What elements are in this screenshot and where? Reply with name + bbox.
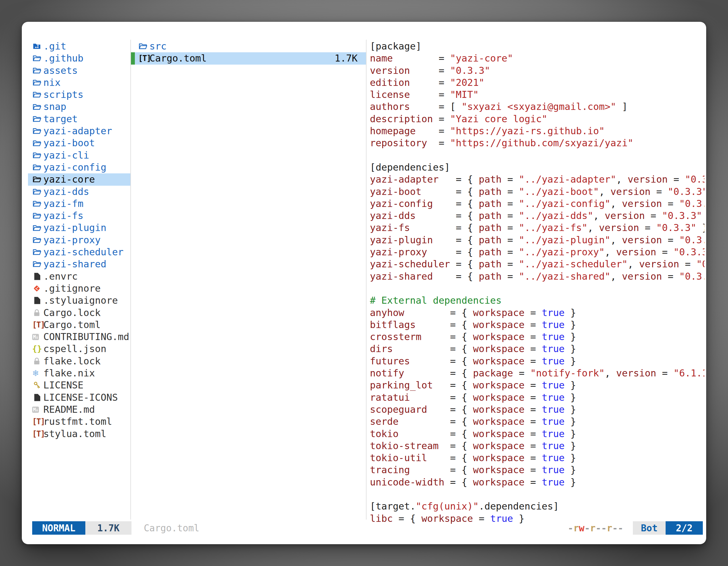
file-size-label: 1.7K [97, 523, 119, 534]
file-item-rustfmt.toml[interactable]: [T]rustfmt.toml [28, 415, 130, 427]
dir-item-yazi-dds[interactable]: yazi-dds [28, 186, 130, 198]
file-item-flake.nix[interactable]: ❄flake.nix [28, 367, 130, 379]
dir-item-yazi-cli[interactable]: yazi-cli [28, 149, 130, 161]
dir-item-yazi-adapter[interactable]: yazi-adapter [28, 125, 130, 137]
dir-item-target[interactable]: target [28, 113, 130, 125]
file-item-Cargo.toml[interactable]: [T]Cargo.toml1.7K [131, 52, 366, 64]
markdown-icon: M↓ [32, 407, 43, 413]
file-item-README.md[interactable]: M↓README.md [28, 403, 130, 415]
json-icon: {} [32, 343, 43, 355]
preview-line: [target."cfg(unix)".dependencies] [370, 500, 704, 512]
item-label: .git [43, 40, 66, 52]
folder-icon [32, 90, 43, 99]
file-size-chip: 1.7K [85, 521, 131, 535]
folder-icon [32, 126, 43, 136]
toml-icon: [T] [138, 52, 149, 64]
preview-line: ratatui = { workspace = true } [370, 391, 704, 403]
item-label: Cargo.lock [43, 307, 101, 319]
file-item-.styluaignore[interactable]: .styluaignore [28, 294, 130, 306]
dir-item-snap[interactable]: snap [28, 101, 130, 113]
dir-item-src[interactable]: src [131, 40, 366, 52]
item-label: yazi-boot [43, 137, 95, 149]
preview-line: authors = [ "sxyazi <sxyazi@gmail.com>" … [370, 101, 704, 113]
status-bar: NORMAL 1.7K Cargo.toml -rw-r--r-- Bot 2/… [32, 521, 703, 535]
item-label: yazi-shared [43, 258, 106, 270]
item-label: flake.nix [43, 367, 95, 379]
item-label: cspell.json [43, 343, 106, 355]
dir-item-.git[interactable]: .git [28, 40, 130, 52]
preview-line: tracing = { workspace = true } [370, 464, 704, 476]
preview-line: repository = "https://github.com/sxyazi/… [370, 137, 704, 149]
preview-line: serde = { workspace = true } [370, 415, 704, 427]
pane-separator-2 [366, 40, 367, 520]
file-item-.gitignore[interactable]: .gitignore [28, 283, 130, 294]
preview-line: version = "0.3.3" [370, 65, 704, 77]
dir-item-scripts[interactable]: scripts [28, 89, 130, 101]
folder-icon [32, 78, 43, 87]
file-item-.envrc[interactable]: .envrc [28, 271, 130, 283]
preview-line: yazi-shared = { path = "../yazi-shared",… [370, 271, 704, 283]
folder-icon [32, 187, 43, 196]
dir-item-nix[interactable]: nix [28, 77, 130, 89]
preview-line: yazi-boot = { path = "../yazi-boot", ver… [370, 186, 704, 198]
folder-icon [32, 248, 43, 257]
file-item-Cargo.lock[interactable]: Cargo.lock [28, 307, 130, 319]
dir-item-.github[interactable]: .github [28, 52, 130, 64]
item-label: yazi-fm [43, 198, 83, 210]
item-label: assets [43, 65, 78, 77]
preview-line: name = "yazi-core" [370, 52, 704, 64]
lock-icon [32, 356, 43, 366]
item-label: scripts [43, 89, 83, 101]
dir-item-yazi-plugin[interactable]: yazi-plugin [28, 222, 130, 234]
scroll-position-label: Bot [641, 523, 658, 534]
file-item-stylua.toml[interactable]: [T]stylua.toml [28, 428, 130, 440]
preview-line: # External dependencies [370, 294, 704, 306]
file-item-Cargo.toml[interactable]: [T]Cargo.toml [28, 319, 130, 331]
item-label: yazi-dds [43, 186, 89, 198]
file-icon [32, 393, 43, 402]
item-label: Cargo.toml [149, 52, 207, 64]
folder-icon [32, 175, 43, 184]
preview-line: description = "Yazi core logic" [370, 113, 704, 125]
preview-line: license = "MIT" [370, 89, 704, 101]
file-item-flake.lock[interactable]: flake.lock [28, 355, 130, 367]
folder-icon [138, 42, 149, 51]
item-label: yazi-proxy [43, 234, 101, 246]
dir-item-yazi-shared[interactable]: yazi-shared [28, 258, 130, 270]
item-label: yazi-plugin [43, 222, 106, 234]
file-preview-pane[interactable]: [package]name = "yazi-core"version = "0.… [370, 40, 704, 527]
item-label: LICENSE [43, 379, 83, 391]
lock-icon [32, 308, 43, 317]
dir-item-yazi-fm[interactable]: yazi-fm [28, 198, 130, 210]
file-item-CONTRIBUTING.md[interactable]: M↓CONTRIBUTING.md [28, 331, 130, 343]
preview-line: notify = { package = "notify-fork", vers… [370, 367, 704, 379]
folder-icon [32, 260, 43, 269]
dir-item-yazi-proxy[interactable]: yazi-proxy [28, 234, 130, 246]
yazi-file-manager-window: .git.githubassetsnixscriptssnaptargetyaz… [22, 22, 706, 544]
dir-item-yazi-scheduler[interactable]: yazi-scheduler [28, 246, 130, 258]
item-label: target [43, 113, 78, 125]
folder-icon [32, 163, 43, 172]
dir-item-yazi-boot[interactable]: yazi-boot [28, 137, 130, 149]
folder-icon [32, 114, 43, 124]
dir-item-yazi-fs[interactable]: yazi-fs [28, 210, 130, 222]
dir-item-assets[interactable]: assets [28, 65, 130, 77]
file-item-LICENSE-ICONS[interactable]: LICENSE-ICONS [28, 391, 130, 403]
mode-indicator: NORMAL [32, 521, 85, 535]
preview-line [370, 283, 704, 294]
preview-line: tokio-stream = { workspace = true } [370, 440, 704, 452]
preview-line: yazi-plugin = { path = "../yazi-plugin",… [370, 234, 704, 246]
folder-icon [32, 199, 43, 208]
mode-label: NORMAL [42, 523, 75, 534]
item-label: CONTRIBUTING.md [43, 331, 129, 343]
file-icon [32, 296, 43, 305]
parent-directory-pane[interactable]: .git.githubassetsnixscriptssnaptargetyaz… [28, 40, 130, 440]
scroll-position-chip: Bot [633, 521, 666, 535]
file-item-cspell.json[interactable]: {}cspell.json [28, 343, 130, 355]
preview-line: homepage = "https://yazi-rs.github.io" [370, 125, 704, 137]
file-item-LICENSE[interactable]: LICENSE [28, 379, 130, 391]
dir-item-yazi-core[interactable]: yazi-core [28, 173, 130, 186]
dir-item-yazi-config[interactable]: yazi-config [28, 161, 130, 173]
git-folder-icon [32, 42, 43, 51]
current-directory-pane[interactable]: src[T]Cargo.toml1.7K [131, 40, 366, 65]
